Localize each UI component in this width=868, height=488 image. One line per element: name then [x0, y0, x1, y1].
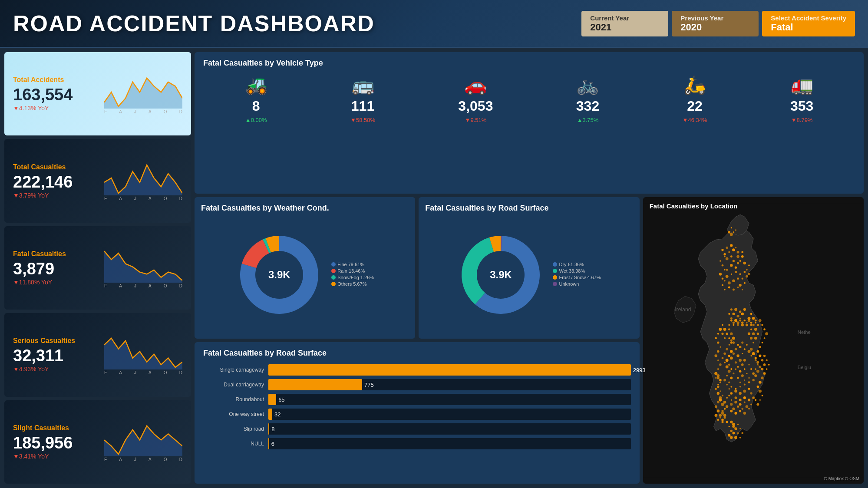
map-dot: [759, 319, 761, 322]
map-dot: [719, 390, 721, 392]
weather-legend-item-1: Rain 13.46%: [331, 268, 374, 274]
map-dot: [752, 396, 755, 399]
map-dot: [725, 257, 728, 260]
current-year-control[interactable]: Current Year 2021: [581, 11, 668, 36]
map-dot: [719, 363, 722, 366]
map-dot: [735, 267, 737, 269]
map-dot: [748, 399, 750, 401]
map-dot: [750, 313, 752, 315]
map-dot: [728, 370, 731, 373]
vehicle-icon-5: 🚛: [791, 74, 813, 96]
severity-control[interactable]: Select Accident Severity Fatal: [762, 11, 855, 36]
main-grid: Total Accidents 163,554 ▼4.13% YoY FAJAO…: [0, 48, 868, 488]
map-dot: [759, 399, 760, 401]
axis-label: O: [164, 109, 167, 114]
map-dot: [756, 370, 759, 373]
axis-label: F: [104, 196, 107, 201]
vehicle-item-0: 🚜 8 ▲0.00%: [245, 74, 267, 123]
map-dot: [730, 341, 732, 343]
map-dot: [737, 432, 739, 434]
axis-label: A: [119, 457, 122, 462]
bar-track-1: 775: [268, 379, 631, 390]
legend-label: Rain 13.46%: [337, 268, 365, 274]
map-dot: [737, 277, 739, 280]
map-dot: [730, 392, 733, 395]
previous-year-value: 2020: [680, 22, 750, 33]
map-dot: [739, 317, 741, 319]
map-dot: [746, 322, 747, 323]
map-dot: [728, 324, 730, 326]
map-dot: [728, 434, 730, 436]
map-dot: [723, 401, 726, 404]
map-dot: [746, 344, 748, 346]
map-dot: [737, 324, 739, 326]
vehicle-change-0: ▲0.00%: [245, 117, 267, 123]
map-dot: [719, 273, 721, 275]
map-dot: [763, 363, 766, 366]
sparkline-2: [104, 248, 182, 283]
map-dot: [730, 430, 733, 432]
map-dot: [739, 399, 741, 401]
map-dot: [733, 373, 734, 374]
weather-legend-item-0: Fine 79.61%: [331, 262, 374, 267]
map-dot: [726, 421, 728, 423]
axis-label: O: [164, 370, 167, 375]
axis-label: A: [119, 109, 122, 114]
map-dot: [736, 315, 739, 317]
map-dot: [719, 346, 721, 348]
map-dot: [732, 260, 734, 262]
map-dot: [754, 357, 756, 359]
kpi-value-0: 163,554: [13, 86, 104, 103]
map-dot: [752, 324, 754, 326]
map-dot: [756, 361, 759, 364]
road-surface-donut-panel: Fatal Casualties by Road Surface 3.9K Dr…: [419, 197, 639, 339]
map-dot: [728, 328, 730, 330]
map-dot: [745, 405, 748, 408]
map-dot: [741, 432, 743, 434]
bar-label-2: Roundabout: [203, 396, 264, 402]
severity-value: Fatal: [771, 22, 846, 33]
previous-year-control[interactable]: Previous Year 2020: [672, 11, 759, 36]
map-dot: [747, 350, 750, 353]
map-dot: [730, 421, 733, 424]
map-dot: [754, 374, 757, 377]
map-dot: [739, 386, 741, 388]
map-dot: [726, 247, 728, 249]
map-dot: [719, 396, 722, 399]
kpi-change-1: ▼3.79% YoY: [13, 192, 104, 199]
map-dot: [716, 374, 719, 377]
map-dot: [735, 271, 737, 273]
map-dot: [743, 384, 745, 386]
legend-dot: [553, 282, 557, 286]
vehicle-change-4: ▼46.34%: [683, 117, 707, 123]
map-dot: [730, 320, 733, 322]
map-dot: [728, 313, 730, 315]
axis-label: F: [104, 284, 107, 288]
axis-label: A: [149, 457, 152, 462]
legend-dot: [553, 269, 557, 273]
map-dot: [761, 342, 763, 343]
bar-fill-0: [268, 364, 631, 376]
kpi-label-0: Total Accidents: [13, 76, 104, 84]
vehicle-count-4: 22: [687, 98, 703, 114]
bar-track-0: 2993: [268, 364, 631, 376]
map-dot: [739, 410, 741, 412]
road-type-bar-chart: Single carriageway 2993 Dual carriageway…: [203, 364, 631, 449]
map-dot: [721, 419, 724, 421]
map-dot: [730, 227, 732, 228]
vehicle-change-5: ▼8.79%: [791, 117, 813, 123]
map-dot: [730, 333, 733, 335]
bar-label-5: NULL: [203, 441, 264, 447]
kpi-card-4: Slight Casualties 185,956 ▼3.41% YoY FAJ…: [4, 400, 191, 484]
map-dot: [739, 370, 741, 372]
severity-label: Select Accident Severity: [771, 14, 846, 22]
map-dot: [723, 379, 726, 382]
vehicle-grid: 🚜 8 ▲0.00% 🚌 111 ▼58.58% 🚗 3,053 ▼9.51% …: [203, 74, 855, 123]
vehicle-item-5: 🚛 353 ▼8.79%: [790, 74, 813, 123]
map-dot: [741, 341, 743, 343]
map-dot: [730, 244, 733, 247]
map-dot: [743, 396, 746, 399]
map-dot: [750, 355, 752, 356]
axis-label: J: [134, 196, 136, 201]
map-dot: [750, 392, 752, 394]
